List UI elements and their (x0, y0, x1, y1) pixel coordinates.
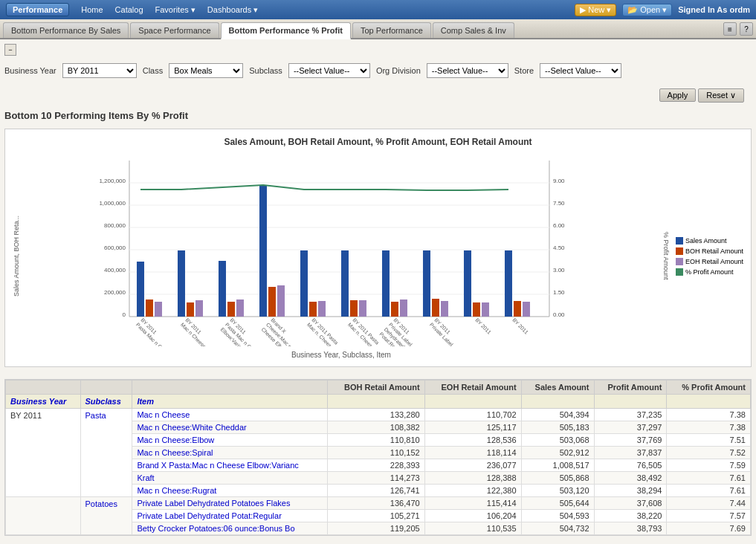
x-label-1: BY 2011 Pasta Mac n Cheese (135, 317, 178, 346)
cell-item-0-0[interactable]: Mac n Cheese (132, 409, 328, 421)
bar (391, 302, 398, 317)
cell-sales-0-6: 503,120 (521, 485, 594, 497)
tab-top[interactable]: Top Performance (352, 22, 431, 38)
x-label-8: BY 2011 Private Label (429, 317, 459, 346)
cell-item-1-2[interactable]: Betty Crocker Potatoes:06 ounce:Bonus Bo (132, 522, 328, 535)
profit-line (140, 185, 508, 190)
cell-boh-0-1: 108,382 (327, 421, 424, 434)
cell-item-1-0[interactable]: Private Label Dehydrated Potatoes Flakes (132, 497, 328, 510)
tab-help-icon[interactable]: ? (740, 22, 753, 36)
tab-comp[interactable]: Comp Sales & Inv (433, 22, 514, 38)
svg-text:800,000: 800,000 (104, 222, 126, 229)
subclass-label: Subclass (249, 66, 282, 75)
business-year-select[interactable]: BY 2011 (62, 63, 137, 78)
bar (146, 299, 153, 317)
tab-bottom-sales[interactable]: Bottom Performance By Sales (3, 22, 129, 38)
nav-home[interactable]: Home (81, 5, 103, 14)
nav-catalog[interactable]: Catalog (115, 5, 143, 14)
cell-item-1-1[interactable]: Private Label Dehydrated Potat:Regular (132, 510, 328, 522)
bar (309, 302, 317, 317)
x-label-3: BY 2011 Pasta Mac n Cheese Elbow:Varianc… (220, 317, 268, 346)
x-label-9: BY 2011 (474, 317, 492, 335)
cell-item-0-1[interactable]: Mac n Cheese:White Cheddar (132, 421, 328, 434)
bar (505, 250, 512, 317)
bar (482, 302, 489, 317)
cell-pct-1-2: 7.69 (667, 522, 751, 535)
col-subclass (80, 381, 132, 395)
top-nav: Performance Home Catalog Favorites ▾ Das… (0, 0, 756, 19)
cell-year-empty (6, 497, 81, 535)
cell-sales-0-2: 503,068 (521, 434, 594, 447)
cell-profit-0-1: 37,297 (594, 421, 667, 434)
store-select[interactable]: --Select Value-- (540, 63, 621, 78)
tab-bottom-profit[interactable]: Bottom Performance % Profit (221, 22, 351, 39)
cell-boh-0-3: 110,152 (327, 447, 424, 459)
subclass-select[interactable]: --Select Value-- (288, 63, 370, 78)
chart-svg-area: 0 200,000 400,000 600,000 800,000 1,000,… (23, 153, 659, 359)
cell-item-0-4[interactable]: Brand X Pasta:Mac n Cheese Elbow:Varianc (132, 459, 328, 472)
cell-boh-0-2: 110,810 (327, 434, 424, 447)
collapse-button[interactable]: − (4, 44, 16, 56)
cell-pct-1-1: 7.57 (667, 510, 751, 522)
x-label-6: BY 2011 Pasta Mac n. Cheese (347, 317, 381, 346)
cell-item-0-5[interactable]: Kraft (132, 472, 328, 485)
class-select[interactable]: Box Meals (169, 63, 243, 78)
bar (432, 299, 439, 317)
cell-profit-1-2: 38,793 (594, 522, 667, 535)
x-label-7: BY 2011 Private Label Dehydrated Potat:R… (378, 317, 419, 346)
cell-pct-0-0: 7.38 (667, 409, 751, 421)
cell-subclass-potatoes[interactable]: Potatoes (80, 497, 132, 535)
cell-item-0-3[interactable]: Mac n Cheese:Spiral (132, 447, 328, 459)
open-button[interactable]: 📂 Open ▾ (622, 4, 672, 16)
tab-space[interactable]: Space Performance (130, 22, 219, 38)
new-button[interactable]: ▶ New ▾ (575, 4, 616, 16)
bar (277, 285, 285, 317)
chart-y-left-label: Sales Amount, BOH Reta... (13, 153, 20, 359)
store-label: Store (514, 66, 534, 75)
cell-item-0-6[interactable]: Mac n Cheese:Rugrat (132, 485, 328, 497)
bar (382, 250, 390, 317)
tab-menu-icon[interactable]: ≡ (723, 22, 737, 36)
x-label-10: BY 2011 (511, 317, 529, 335)
data-table-container: BOH Retail Amount EOH Retail Amount Sale… (4, 379, 752, 536)
cell-boh-1-0: 136,470 (327, 497, 424, 510)
legend-profit-label: % Profit Amount (685, 268, 734, 276)
cell-boh-0-0: 133,280 (327, 409, 424, 421)
class-label: Class (143, 66, 164, 75)
bar (350, 300, 358, 317)
bar (400, 299, 407, 317)
bar (514, 301, 521, 317)
sub-col-pct (667, 395, 751, 409)
sub-col-sales (521, 395, 594, 409)
table-body: BY 2011 Pasta Mac n Cheese 133,280 110,7… (6, 409, 751, 535)
legend-sales: Sales Amount (676, 237, 743, 245)
svg-text:200,000: 200,000 (104, 289, 126, 296)
bar (178, 250, 185, 317)
cell-sales-1-2: 504,732 (521, 522, 594, 535)
cell-profit-0-0: 37,235 (594, 409, 667, 421)
col-boh: BOH Retail Amount (327, 381, 424, 395)
org-division-label: Org Division (376, 66, 421, 75)
legend-profit-box (676, 268, 683, 276)
cell-subclass-pasta[interactable]: Pasta (80, 409, 132, 497)
cell-profit-0-3: 37,837 (594, 447, 667, 459)
bar (341, 250, 349, 317)
cell-pct-0-4: 7.59 (667, 459, 751, 472)
reset-button[interactable]: Reset ∨ (698, 88, 744, 103)
bar (187, 302, 194, 317)
cell-eoh-0-2: 128,536 (424, 434, 521, 447)
nav-favorites[interactable]: Favorites ▾ (155, 5, 196, 15)
chart-legend: Sales Amount BOH Retail Amount EOH Retai… (670, 153, 743, 359)
org-division-select[interactable]: --Select Value-- (427, 63, 508, 78)
col-eoh: EOH Retail Amount (424, 381, 521, 395)
cell-profit-0-5: 38,492 (594, 472, 667, 485)
legend-eoh-label: EOH Retail Amount (685, 258, 743, 265)
cell-eoh-1-0: 115,414 (424, 497, 521, 510)
svg-text:600,000: 600,000 (104, 245, 126, 251)
nav-left: Performance Home Catalog Favorites ▾ Das… (6, 3, 258, 16)
nav-dashboards[interactable]: Dashboards ▾ (207, 5, 258, 15)
bar (137, 262, 144, 317)
svg-text:6.00: 6.00 (553, 222, 565, 229)
cell-item-0-2[interactable]: Mac n Cheese:Elbow (132, 434, 328, 447)
apply-button[interactable]: Apply (659, 88, 697, 102)
